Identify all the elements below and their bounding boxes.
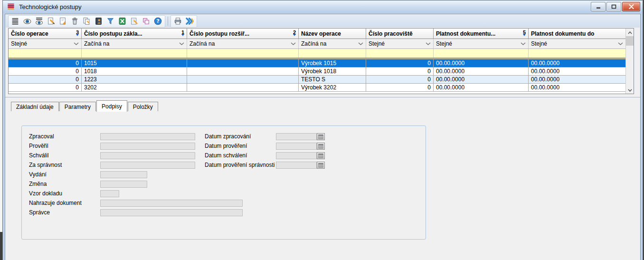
table-cell[interactable]: 3202	[82, 84, 187, 91]
field-input-schvalil[interactable]	[100, 152, 195, 159]
delete-icon	[71, 17, 79, 25]
eye-list-button[interactable]	[33, 16, 45, 27]
table-cell[interactable]	[187, 67, 299, 75]
table-cell[interactable]: 0	[366, 84, 434, 91]
filter-value-cell-cislo-pracoviste[interactable]	[366, 49, 434, 58]
filter-operator-nazev-operace[interactable]: Začíná na	[299, 39, 366, 48]
field-input-nahrazuje-dokument[interactable]	[100, 200, 243, 207]
address-book-button[interactable]	[93, 16, 104, 27]
calendar-button-datum-provereni[interactable]	[317, 143, 325, 150]
field-input-za-spravnost[interactable]	[100, 162, 195, 169]
field-input-vydani[interactable]	[100, 171, 147, 178]
tab-zakladni-udaje[interactable]: Základní údaje	[11, 102, 59, 111]
table-cell[interactable]	[187, 76, 299, 83]
filter-operator-cislo-postupu-zakla[interactable]: Začíná na	[82, 39, 187, 48]
filter-value-cell-cislo-operace[interactable]	[9, 49, 82, 58]
table-cell[interactable]: TESTO S	[299, 76, 366, 83]
table-cell[interactable]: Výrobek 1015	[299, 59, 366, 67]
filter-operator-cislo-postupu-rozsir[interactable]: Začíná na	[187, 39, 299, 48]
copy-document-button[interactable]	[81, 16, 93, 27]
filter-operator-platnost-dokumentu-do[interactable]: Stejné	[529, 39, 625, 48]
field-input-datum-zpracovani[interactable]	[276, 133, 317, 140]
filter-value-cell-cislo-postupu-rozsir[interactable]	[187, 49, 299, 58]
column-header-cislo-pracoviste[interactable]: Číslo pracoviště	[366, 29, 434, 39]
tab-podpisy[interactable]: Podpisy	[96, 100, 127, 112]
forward-button[interactable]	[184, 16, 196, 27]
table-cell[interactable]: 00.00.0000	[529, 76, 625, 83]
table-cell[interactable]: 0	[9, 59, 82, 67]
column-header-platnost-dokumentu[interactable]: Platnost dokumentu...5	[434, 29, 529, 39]
table-row[interactable]: 01015Výrobek 1015000.00.000000.00.0000	[9, 59, 625, 67]
scroll-track[interactable]	[626, 46, 634, 86]
scroll-down-button[interactable]	[626, 86, 634, 94]
eye-button[interactable]	[21, 16, 33, 27]
grid-vertical-scrollbar[interactable]	[625, 29, 634, 94]
table-cell[interactable]: Výrobek 1018	[299, 67, 366, 75]
table-cell[interactable]: 00.00.0000	[529, 84, 625, 91]
new-document-button[interactable]	[45, 16, 57, 27]
table-cell[interactable]: 00.00.0000	[529, 59, 625, 67]
note-edit-button[interactable]	[128, 16, 140, 27]
scroll-up-button[interactable]	[626, 29, 634, 36]
calendar-button-datum-zpracovani[interactable]	[317, 133, 325, 140]
filter-operator-cislo-operace[interactable]: Stejné	[9, 39, 82, 48]
table-cell[interactable]: 1015	[82, 59, 187, 67]
filter-value-cell-platnost-dokumentu-do[interactable]	[529, 49, 625, 58]
field-input-zpracoval[interactable]	[100, 133, 195, 140]
column-header-platnost-dokumentu-do[interactable]: Platnost dokumentu do	[529, 29, 625, 39]
table-cell[interactable]: 00.00.0000	[434, 76, 529, 83]
help-button[interactable]: ?	[152, 16, 164, 27]
filter-value-cell-nazev-operace[interactable]	[299, 49, 366, 58]
table-cell[interactable]: 0	[9, 67, 82, 75]
field-input-datum-schvaleni[interactable]	[276, 152, 317, 159]
column-header-cislo-operace[interactable]: Číslo operace3	[9, 29, 82, 39]
field-input-proveril[interactable]	[100, 143, 195, 150]
maximize-button[interactable]	[606, 2, 621, 11]
table-row[interactable]: 01018Výrobek 1018000.00.000000.00.0000	[9, 67, 625, 76]
tab-polozky[interactable]: Položky	[128, 102, 158, 111]
field-input-datum-provereni-spravnosti[interactable]	[276, 162, 317, 169]
scroll-thumb[interactable]	[626, 36, 634, 46]
filter-value-cell-platnost-dokumentu[interactable]	[434, 49, 529, 58]
table-cell[interactable]: 0	[9, 76, 82, 83]
merge-copies-icon	[142, 17, 150, 25]
titlebar[interactable]: Technologické postupy	[3, 0, 643, 13]
column-header-cislo-postupu-zakla[interactable]: Číslo postupu zákla...1	[82, 29, 187, 39]
print-button[interactable]	[172, 16, 184, 27]
table-cell[interactable]: 00.00.0000	[434, 84, 529, 91]
table-cell[interactable]: 1018	[82, 67, 187, 75]
minimize-button[interactable]	[591, 2, 606, 11]
table-cell[interactable]: 0	[366, 76, 434, 83]
table-cell[interactable]: 00.00.0000	[529, 67, 625, 75]
field-input-zmena[interactable]	[100, 181, 147, 188]
calendar-button-datum-provereni-spravnosti[interactable]	[317, 162, 325, 169]
table-row[interactable]: 01223TESTO S000.00.000000.00.0000	[9, 76, 625, 84]
column-header-cislo-postupu-rozsir[interactable]: Číslo postupu rozšiř...2	[187, 29, 299, 39]
table-cell[interactable]: 0	[366, 67, 434, 75]
filter-value-cell-cislo-postupu-zakla[interactable]	[82, 49, 187, 58]
excel-export-button[interactable]	[116, 16, 128, 27]
table-cell[interactable]: 00.00.0000	[434, 67, 529, 75]
table-cell[interactable]	[187, 59, 299, 67]
table-cell[interactable]: 1223	[82, 76, 187, 83]
list-button[interactable]	[9, 16, 21, 27]
field-input-spravce[interactable]	[100, 209, 243, 216]
table-cell[interactable]: 0	[366, 59, 434, 67]
field-input-vzor-dokladu[interactable]	[100, 190, 119, 197]
merge-copies-button[interactable]	[140, 16, 152, 27]
table-cell[interactable]: 0	[9, 84, 82, 91]
close-button[interactable]	[622, 2, 640, 11]
edit-document-button[interactable]	[57, 16, 69, 27]
filter-operator-platnost-dokumentu[interactable]: Stejné	[434, 39, 529, 48]
table-cell[interactable]: Výrobek 3202	[299, 84, 366, 91]
delete-button[interactable]	[69, 16, 81, 27]
calendar-button-datum-schvaleni[interactable]	[317, 152, 325, 159]
field-input-datum-provereni[interactable]	[276, 143, 317, 150]
table-cell[interactable]: 00.00.0000	[434, 59, 529, 67]
table-cell[interactable]	[187, 84, 299, 91]
table-row[interactable]: 03202Výrobek 3202000.00.000000.00.0000	[9, 84, 625, 92]
tab-parametry[interactable]: Parametry	[59, 102, 96, 111]
filter-operator-cislo-pracoviste[interactable]: Stejné	[366, 39, 434, 48]
filter-button[interactable]	[104, 16, 116, 27]
column-header-nazev-operace[interactable]: Název operace	[299, 29, 366, 39]
